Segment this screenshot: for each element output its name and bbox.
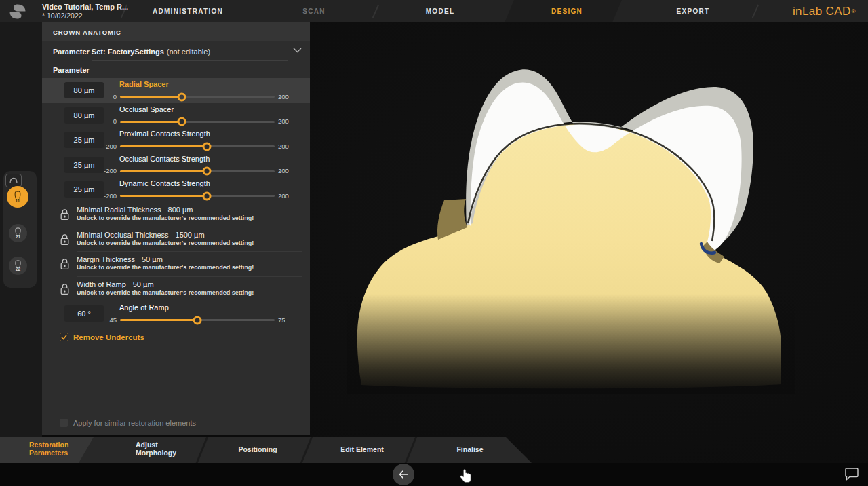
lock-icon[interactable]: [60, 283, 70, 295]
parameter-section-label: Parameter: [42, 61, 310, 78]
locked-row-width-of-ramp: Width of Ramp50 µm Unlock to override th…: [42, 277, 310, 302]
tooth-number: 21: [16, 234, 20, 239]
nav-administration[interactable]: ADMINISTRATION: [153, 0, 223, 22]
bottom-toolbar: [0, 463, 868, 486]
back-arrow-icon: [399, 470, 408, 479]
param-row-proximal-contacts: 25 µm Proximal Contacts Strength -200 20…: [42, 128, 310, 153]
slider-max: 200: [278, 167, 289, 174]
slider-fill: [120, 319, 197, 321]
nav-design[interactable]: DESIGN: [551, 0, 583, 22]
3d-viewport[interactable]: [310, 22, 868, 463]
slider-max: 75: [278, 316, 285, 324]
parameter-slider[interactable]: [120, 195, 275, 197]
apply-similar-checkbox[interactable]: [60, 419, 68, 427]
slider-handle[interactable]: [178, 117, 186, 126]
slider-max: 200: [278, 143, 289, 150]
locked-name: Margin Thickness: [77, 255, 135, 263]
tooth-item-11[interactable]: 11: [7, 186, 28, 208]
remove-undercuts-label[interactable]: Remove Undercuts: [73, 333, 144, 341]
locked-note: Unlock to override the manufacturer's re…: [77, 214, 310, 221]
locked-value: 1500 µm: [176, 231, 205, 239]
chat-bubble-icon[interactable]: [844, 468, 859, 483]
parameter-name: Occlusal Spacer: [119, 105, 174, 113]
slider-min: 45: [90, 316, 117, 324]
tooth-number: 11: [16, 198, 20, 203]
slider-fill: [120, 121, 182, 123]
tooth-number: 22: [16, 267, 20, 272]
lock-icon[interactable]: [60, 258, 70, 270]
slider-handle[interactable]: [203, 191, 212, 200]
step-divider: [403, 436, 417, 466]
divider: [102, 415, 273, 415]
tooth-item-21[interactable]: 21: [9, 224, 27, 242]
base-fade: [347, 294, 795, 394]
param-row-occlusal-spacer: 80 µm Occlusal Spacer 0 200: [42, 103, 310, 128]
case-title: Video Tutorial, Temp R...: [42, 2, 128, 12]
dental-arch-icon[interactable]: [5, 174, 22, 187]
locked-note: Unlock to override the manufacturer's re…: [77, 264, 310, 271]
slider-fill: [120, 96, 182, 98]
locked-name: Width of Ramp: [77, 280, 126, 288]
step-finalise[interactable]: Finalise: [456, 446, 483, 454]
remove-undercuts-row: Remove Undercuts: [42, 331, 310, 343]
step-edit-element[interactable]: Edit Element: [340, 446, 384, 454]
slider-max: 200: [278, 117, 289, 125]
top-bar: Video Tutorial, Temp R... * 10/02/2022 A…: [0, 0, 868, 22]
param-row-dynamic-contacts: 25 µm Dynamic Contacts Strength -200 200: [42, 177, 310, 202]
slider-handle[interactable]: [203, 142, 212, 151]
slider-max: 200: [278, 93, 289, 100]
slider-min: -200: [90, 143, 117, 150]
remove-undercuts-checkbox[interactable]: [60, 333, 68, 341]
case-info[interactable]: Video Tutorial, Temp R... * 10/02/2022: [42, 2, 128, 20]
slider-min: -200: [90, 167, 117, 174]
step-divider: [195, 436, 208, 466]
locked-note: Unlock to override the manufacturer's re…: [77, 289, 310, 296]
lock-icon[interactable]: [60, 208, 70, 221]
slider-handle[interactable]: [193, 316, 202, 324]
tooth-item-22[interactable]: 22: [9, 257, 27, 275]
nav-model[interactable]: MODEL: [426, 0, 455, 22]
step-restoration-parameters[interactable]: Restoration Parameters: [29, 441, 74, 457]
parameter-set-note: (not editable): [167, 48, 210, 56]
dentsply-sirona-logo: [9, 3, 26, 20]
back-button[interactable]: [393, 464, 414, 485]
slider-min: 0: [90, 93, 117, 100]
parameter-name: Occlusal Contacts Strength: [119, 155, 210, 163]
crown-3d-render: [310, 22, 868, 463]
nav-export[interactable]: EXPORT: [677, 0, 710, 22]
parameter-set-label: Parameter Set: FactorySettings: [53, 48, 164, 56]
step-divider: [299, 436, 313, 466]
apply-similar-row: Apply for similar restoration elements: [60, 419, 196, 427]
param-row-occlusal-contacts: 25 µm Occlusal Contacts Strength -200 20…: [42, 153, 310, 178]
product-logo: inLab CAD®: [793, 0, 856, 22]
parameter-name: Radial Spacer: [119, 80, 169, 88]
divider-slash: [752, 5, 759, 18]
locked-row-margin-thickness: Margin Thickness50 µm Unlock to override…: [42, 252, 310, 277]
param-row-angle-of-ramp: 60 ° Angle of Ramp 45 75: [42, 301, 310, 326]
workflow-step-bar: Restoration Parameters Adjust Morphology…: [0, 437, 542, 463]
slider-max: 200: [278, 192, 289, 200]
parameter-set-dropdown[interactable]: Parameter Set: FactorySettings (not edit…: [42, 41, 310, 61]
slider-handle[interactable]: [203, 167, 212, 176]
step-positioning[interactable]: Positioning: [238, 446, 277, 454]
parameter-name: Dynamic Contacts Strength: [119, 179, 210, 187]
chevron-down-icon[interactable]: [293, 48, 302, 53]
step-adjust-morphology[interactable]: Adjust Morphology: [136, 441, 184, 457]
nav-scan: SCAN: [302, 0, 326, 22]
parameter-slider[interactable]: [120, 121, 275, 123]
param-row-radial-spacer: 80 µm Radial Spacer 0 200: [42, 78, 310, 103]
parameter-slider[interactable]: [120, 145, 275, 147]
slider-min: -200: [90, 192, 117, 200]
lock-icon[interactable]: [60, 233, 70, 246]
registered-mark: ®: [852, 8, 856, 14]
panel-title: CROWN ANATOMIC: [42, 22, 310, 41]
slider-handle[interactable]: [178, 92, 186, 101]
parameter-slider[interactable]: [120, 96, 275, 98]
locked-row-minimal-occlusal-thickness: Minimal Occlusal Thickness1500 µm Unlock…: [42, 227, 310, 253]
parameter-panel: CROWN ANATOMIC Parameter Set: FactorySet…: [42, 22, 310, 435]
parameter-slider[interactable]: [120, 170, 275, 172]
parameter-slider[interactable]: [120, 319, 275, 321]
locked-value: 800 µm: [168, 206, 193, 214]
apply-similar-label[interactable]: Apply for similar restoration elements: [73, 419, 196, 427]
locked-row-minimal-radial-thickness: Minimal Radial Thickness800 µm Unlock to…: [42, 202, 310, 227]
